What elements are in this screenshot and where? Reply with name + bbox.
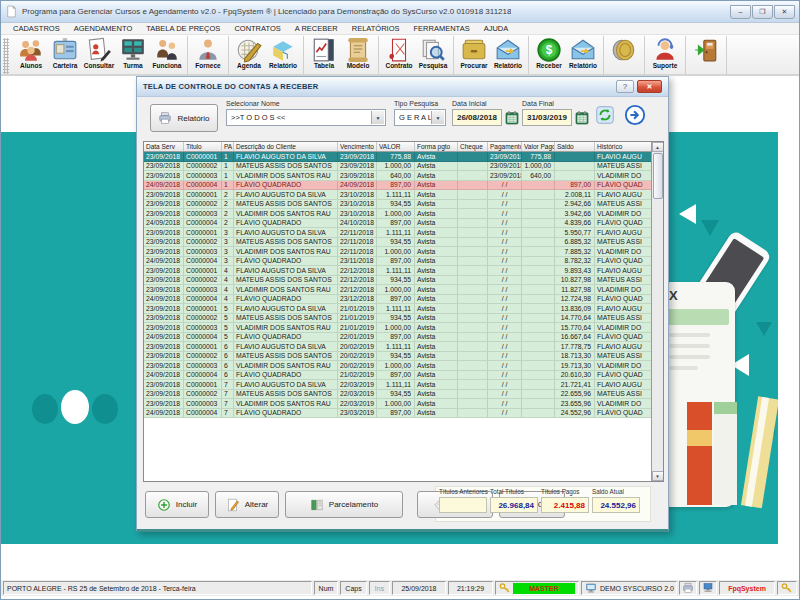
toolbar-support-button[interactable]: Suporte xyxy=(648,37,682,69)
alterar-button[interactable]: Alterar xyxy=(215,491,279,518)
grid-scrollbar[interactable]: ▲ ▼ xyxy=(651,142,663,481)
table-row[interactable]: 23/09/2018C00000027MATEUS ASSIS DOS SANT… xyxy=(144,390,663,400)
toolbar-exit-door-button[interactable] xyxy=(689,37,723,62)
cell: 19.713,30 xyxy=(555,361,595,370)
menu-tabela-de-pre-os[interactable]: TABELA DE PREÇOS xyxy=(140,24,226,33)
table-row[interactable]: 24/09/2018C00000041FLÁVIO QUADRADO24/09/… xyxy=(144,181,663,191)
scroll-down-icon[interactable]: ▼ xyxy=(652,471,664,481)
toolbar-receive-dollar-button[interactable]: $Receber xyxy=(532,37,566,69)
cell: 22/12/2018 xyxy=(338,276,377,285)
menu-contratos[interactable]: CONTRATOS xyxy=(228,24,286,33)
table-row[interactable]: 23/09/2018C00000031VLADIMIR DOS SANTOS R… xyxy=(144,171,663,181)
table-row[interactable]: 23/09/2018C00000026MATEUS ASSIS DOS SANT… xyxy=(144,352,663,362)
table-row[interactable]: 24/09/2018C00000046FLÁVIO QUADRADO21/02/… xyxy=(144,371,663,381)
status-printer[interactable] xyxy=(679,581,697,595)
table-row[interactable]: 23/09/2018C00000025MATEUS ASSIS DOS SANT… xyxy=(144,314,663,324)
table-row[interactable]: 24/09/2018C00000044FLÁVIO QUADRADO23/12/… xyxy=(144,295,663,305)
date-start-input[interactable]: 26/08/2018 xyxy=(452,109,502,126)
status-key[interactable] xyxy=(777,581,797,595)
table-row[interactable]: 23/09/2018C00000015FLAVIO AUGUSTO DA SIL… xyxy=(144,304,663,314)
incluir-button[interactable]: Incluir xyxy=(145,491,209,518)
table-row[interactable]: 23/09/2018C00000023MATEUS ASSIS DOS SANT… xyxy=(144,238,663,248)
toolbar-class-monitors-button[interactable]: Turma xyxy=(116,37,150,69)
toolbar-consult-button[interactable]: Consultar xyxy=(82,37,116,69)
cell: 6 xyxy=(222,342,234,351)
table-row[interactable]: 23/09/2018C00000034VLADIMIR DOS SANTOS R… xyxy=(144,285,663,295)
cell: 15.770,64 xyxy=(555,323,595,332)
cell: C0000003 xyxy=(184,285,222,294)
scroll-up-icon[interactable]: ▲ xyxy=(652,142,664,152)
table-row[interactable]: 23/09/2018C00000032VLADIMIR DOS SANTOS R… xyxy=(144,209,663,219)
scrollbar-thumb[interactable] xyxy=(653,153,663,199)
toolbar-contract-button[interactable]: Contrato xyxy=(382,37,416,69)
cell: 23/09/2018 xyxy=(144,380,184,389)
table-row[interactable]: 23/09/2018C00000013FLAVIO AUGUSTO DA SIL… xyxy=(144,228,663,238)
key-icon xyxy=(499,582,511,594)
table-row[interactable]: 24/09/2018C00000047FLÁVIO QUADRADO23/03/… xyxy=(144,409,663,419)
dialog-close-button[interactable]: ✕ xyxy=(637,80,662,93)
toolbar-supplier-button[interactable]: Fornece xyxy=(191,37,225,69)
refresh-button[interactable] xyxy=(594,103,618,127)
table-row[interactable]: 23/09/2018C00000024MATEUS ASSIS DOS SANT… xyxy=(144,276,663,286)
table-row[interactable]: 23/09/2018C00000011FLAVIO AUGUSTO DA SIL… xyxy=(144,152,663,162)
search-type-select[interactable]: G E R A L ▼ xyxy=(394,109,446,126)
table-row[interactable]: 24/09/2018C00000042FLÁVIO QUADRADO24/10/… xyxy=(144,219,663,229)
date-end-input[interactable]: 31/03/2019 xyxy=(522,109,572,126)
chevron-down-icon[interactable]: ▼ xyxy=(371,111,384,124)
toolbar-find-drawer-button[interactable]: Procurar xyxy=(457,37,491,69)
table-row[interactable]: 23/09/2018C00000037VLADIMIR DOS SANTOS R… xyxy=(144,399,663,409)
table-row[interactable]: 23/09/2018C00000022MATEUS ASSIS DOS SANT… xyxy=(144,200,663,210)
cell: 23/11/2018 xyxy=(338,257,377,266)
toolbar-report-mail-button[interactable]: Relatório xyxy=(566,37,600,69)
menu-ajuda[interactable]: AJUDA xyxy=(478,24,515,33)
toolbar-search-pages-button[interactable]: Pesquisa xyxy=(416,37,450,69)
report-button[interactable]: Relatório xyxy=(150,104,218,132)
toolbar-grip[interactable] xyxy=(3,38,9,74)
cell: 23/09/2018 xyxy=(144,152,184,161)
toolbar-agenda-calendar-button[interactable]: Agenda xyxy=(232,37,266,69)
menu-a-receber[interactable]: A RECEBER xyxy=(289,24,344,33)
minimize-button[interactable]: – xyxy=(730,5,751,19)
name-filter-select[interactable]: >>T O D O S << ▼ xyxy=(226,109,386,126)
cell: C0000003 xyxy=(184,171,222,180)
close-button[interactable]: ✕ xyxy=(774,5,795,19)
toolbar-model-scroll-button[interactable]: Modelo xyxy=(341,37,375,69)
toolbar-wallet-card-button[interactable]: Carteira xyxy=(48,37,82,69)
toolbar-staff-button[interactable]: Funciona xyxy=(150,37,184,69)
calendar-icon[interactable] xyxy=(504,110,519,127)
chevron-down-icon[interactable]: ▼ xyxy=(431,111,444,124)
students-icon xyxy=(18,37,44,63)
dialog-help-button[interactable]: ? xyxy=(616,80,634,93)
cell: 11.827,98 xyxy=(555,285,595,294)
menu-relat-rios[interactable]: RELATÓRIOS xyxy=(346,24,406,33)
dialog-titlebar[interactable]: TELA DE CONTROLE DO CONTAS A RECEBER ? ✕ xyxy=(137,77,668,97)
cell xyxy=(522,304,555,313)
table-row[interactable]: 23/09/2018C00000016FLAVIO AUGUSTO DA SIL… xyxy=(144,342,663,352)
menu-agendamento[interactable]: AGENDAMENTO xyxy=(68,24,139,33)
table-row[interactable]: 24/09/2018C00000043FLÁVIO QUADRADO23/11/… xyxy=(144,257,663,267)
menu-ferramentas[interactable]: FERRAMENTAS xyxy=(408,24,476,33)
table-row[interactable]: 23/09/2018C00000035VLADIMIR DOS SANTOS R… xyxy=(144,323,663,333)
table-row[interactable]: 23/09/2018C00000017FLAVIO AUGUSTO DA SIL… xyxy=(144,380,663,390)
cell xyxy=(522,276,555,285)
toolbar-price-table-button[interactable]: Tabela xyxy=(307,37,341,69)
table-row[interactable]: 23/09/2018C00000036VLADIMIR DOS SANTOS R… xyxy=(144,361,663,371)
table-row[interactable]: 24/09/2018C00000045FLÁVIO QUADRADO22/01/… xyxy=(144,333,663,343)
cell: Avista xyxy=(415,266,458,275)
calendar-icon[interactable] xyxy=(574,110,589,127)
menu-cadastros[interactable]: CADASTROS xyxy=(7,24,66,33)
table-row[interactable]: 23/09/2018C00000021MATEUS ASSIS DOS SANT… xyxy=(144,162,663,172)
cell: FLAVIO AUGUSTO DA SILVA xyxy=(234,304,338,313)
restore-button[interactable]: ❐ xyxy=(752,5,773,19)
go-button[interactable] xyxy=(624,103,648,127)
toolbar-report-mail-button[interactable]: Relatório xyxy=(491,37,525,69)
table-row[interactable]: 23/09/2018C00000014FLAVIO AUGUSTO DA SIL… xyxy=(144,266,663,276)
status-network[interactable] xyxy=(699,581,717,595)
toolbar-report-box-button[interactable]: Relatório xyxy=(266,37,300,69)
parcelamento-button[interactable]: Parcelamento xyxy=(285,491,403,518)
toolbar-students-button[interactable]: Alunos xyxy=(14,37,48,69)
table-row[interactable]: 23/09/2018C00000033VLADIMIR DOS SANTOS R… xyxy=(144,247,663,257)
toolbar-coin-button[interactable] xyxy=(607,37,641,62)
cell: C0000002 xyxy=(184,390,222,399)
table-row[interactable]: 23/09/2018C00000012FLAVIO AUGUSTO DA SIL… xyxy=(144,190,663,200)
